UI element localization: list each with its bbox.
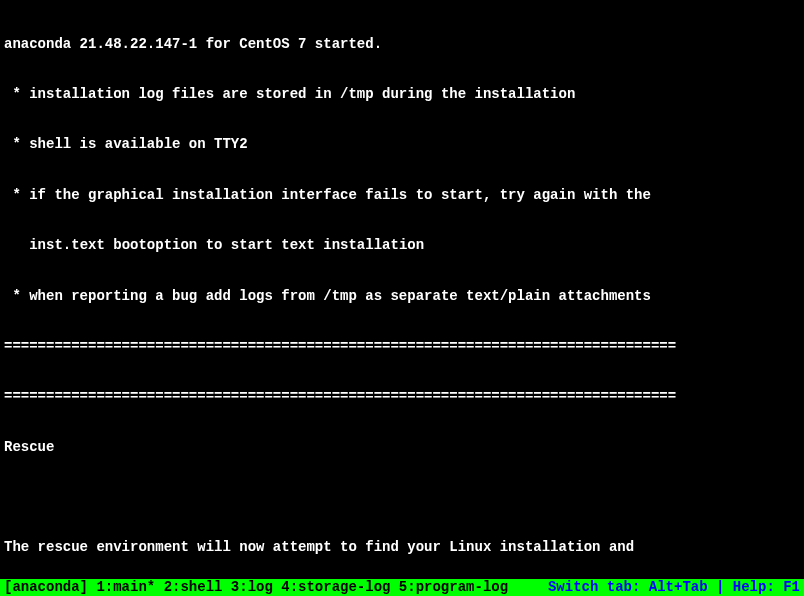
info-bullet: inst.text bootoption to start text insta… [4,237,800,254]
status-help: Switch tab: Alt+Tab | Help: F1 [548,579,800,596]
info-bullet: * shell is available on TTY2 [4,136,800,153]
info-bullet: * if the graphical installation interfac… [4,187,800,204]
anaconda-start-line: anaconda 21.48.22.147-1 for CentOS 7 sta… [4,36,800,53]
terminal-output: anaconda 21.48.22.147-1 for CentOS 7 sta… [0,0,804,596]
rescue-text: The rescue environment will now attempt … [4,539,800,556]
status-sessions[interactable]: [anaconda] 1:main* 2:shell 3:log 4:stora… [4,579,508,596]
tmux-status-bar: [anaconda] 1:main* 2:shell 3:log 4:stora… [0,579,804,596]
rescue-title: Rescue [4,439,800,456]
separator: ========================================… [4,388,800,405]
separator: ========================================… [4,338,800,355]
info-bullet: * installation log files are stored in /… [4,86,800,103]
rescue-text [4,489,800,505]
info-bullet: * when reporting a bug add logs from /tm… [4,288,800,305]
